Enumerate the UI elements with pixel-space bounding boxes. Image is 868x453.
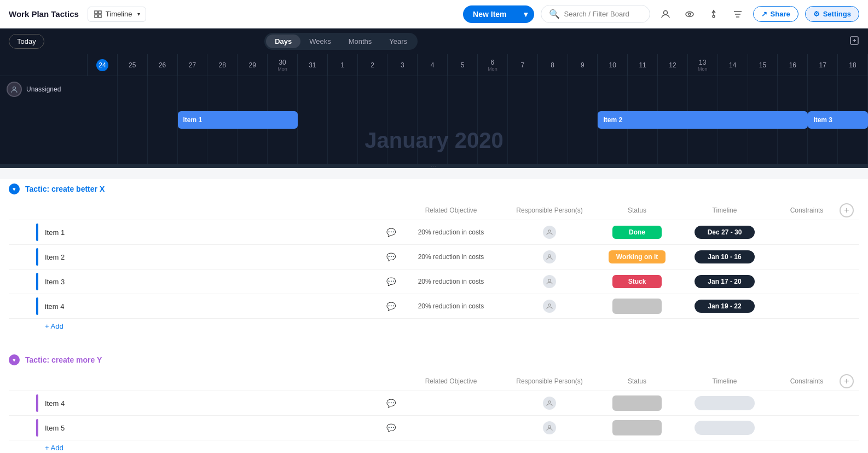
timeline-empty [695,421,755,435]
timeline-badge: Jan 19 - 22 [695,300,755,313]
date-cell: 16 [778,54,808,76]
timeline-empty [695,396,755,410]
export-icon[interactable] [849,36,859,48]
date-cell: 2 [358,54,388,76]
date-cell: 12 [658,54,688,76]
svg-point-17 [548,279,551,282]
svg-point-7 [713,15,715,18]
gantt-bar[interactable]: Item 3 [808,111,868,129]
date-cell: 8 [538,54,568,76]
svg-point-20 [548,426,551,428]
svg-point-16 [548,255,551,257]
svg-rect-0 [95,11,97,14]
eye-icon[interactable] [681,5,698,23]
today-button[interactable]: Today [9,34,44,49]
tactic1-chevron[interactable]: ▾ [9,184,20,194]
table-row: Item 4 💬 [9,391,859,416]
comment-icon[interactable]: 💬 [380,302,402,311]
top-nav: Work Plan Tactics Timeline ▾ New Item ▾ … [0,0,868,28]
svg-point-4 [663,10,667,14]
new-item-button[interactable]: New Item ▾ [463,5,534,23]
tactic2-col-headers: Related Objective Responsible Person(s) … [9,372,859,391]
tab-months[interactable]: Months [340,35,381,48]
comment-icon[interactable]: 💬 [380,399,402,408]
table-row: Item 5 💬 [9,416,859,440]
gantt-area: Unassigned Item 1Item 2Item 3 January 20… [0,76,868,164]
tactic1-add-row[interactable]: + Add [9,319,859,334]
comment-icon[interactable]: 💬 [380,228,402,237]
date-cell: 3 [387,54,418,76]
avatar [543,275,556,288]
comment-icon[interactable]: 💬 [380,277,402,286]
date-cell: 17 [808,54,838,76]
tactic-group-1: ▾ Tactic: create better X Related Object… [9,179,859,334]
status-empty [612,420,662,435]
table-row: Item 1 💬 20% reduction in costs Done Dec… [9,220,859,245]
account-icon[interactable] [657,5,674,23]
timeline-badge: Jan 17 - 20 [695,275,755,288]
date-cell: 14 [718,54,748,76]
gear-icon: ⚙ [813,10,820,18]
row-color-bar [36,273,38,290]
new-item-arrow[interactable]: ▾ [517,5,534,23]
svg-point-5 [686,12,693,16]
row-color-bar [36,419,38,437]
timeline-toolbar: Today Days Weeks Months Years [0,28,868,54]
svg-point-15 [548,230,551,232]
date-cell: 27 [178,54,208,76]
status-badge[interactable]: Working on it [609,250,666,263]
timeline-badge: Dec 27 - 30 [695,226,755,239]
tactic2-header: ▾ Tactic: create more Y [9,350,859,370]
search-input[interactable] [564,10,641,18]
date-cell: 1 [328,54,358,76]
tactic2-add-col-button[interactable]: + [840,374,854,388]
gantt-bar[interactable]: Item 2 [598,111,808,129]
tactic2-title: Tactic: create more Y [25,355,102,364]
avatar [543,397,556,410]
tab-weeks[interactable]: Weeks [300,35,340,48]
pin-icon[interactable] [705,5,722,23]
share-button[interactable]: ↗ Share [753,6,798,22]
date-cell: 24 [88,54,118,76]
tactic2-add-row[interactable]: + Add [9,440,859,453]
share-icon: ↗ [761,10,767,18]
status-empty [612,395,662,411]
view-tabs: Days Weeks Months Years [264,33,418,50]
settings-button[interactable]: ⚙ Settings [805,6,859,22]
row-color-bar [36,297,38,315]
status-empty [612,299,662,314]
date-cell: 18 [838,54,868,76]
date-cell: 11 [628,54,658,76]
resize-dots-icon: ⋯ [431,163,437,169]
date-cell: 29 [238,54,268,76]
tab-days[interactable]: Days [266,35,300,48]
view-selector[interactable]: Timeline ▾ [88,7,147,22]
search-icon: 🔍 [549,9,560,19]
table-row: item 4 💬 20% reduction in costs Jan 19 -… [9,294,859,319]
app-logo: Work Plan Tactics [9,9,79,19]
tactic-group-2: ▾ Tactic: create more Y Related Objectiv… [9,350,859,453]
comment-icon[interactable]: 💬 [380,253,402,261]
date-cell: 6Mon [478,54,508,76]
svg-rect-1 [99,11,101,14]
gantt-bar[interactable]: Item 1 [178,111,298,129]
svg-point-19 [548,401,551,403]
svg-rect-2 [95,15,97,18]
status-badge[interactable]: Done [612,226,662,239]
timeline-section: Today Days Weeks Months Years 2425262728… [0,28,868,168]
svg-point-14 [13,87,16,90]
svg-point-6 [688,13,691,15]
tactic1-add-col-button[interactable]: + [840,203,854,217]
date-cell: 9 [568,54,598,76]
date-cell: 31 [298,54,328,76]
resize-handle[interactable]: ⋯ [0,164,868,168]
status-badge[interactable]: Stuck [612,275,662,288]
tactic2-chevron[interactable]: ▾ [9,354,20,365]
comment-icon[interactable]: 💬 [380,423,402,432]
filter-icon[interactable] [729,5,747,23]
avatar [7,82,22,97]
view-label: Timeline [106,10,132,18]
search-bar[interactable]: 🔍 [541,5,650,23]
date-cell: 28 [207,54,238,76]
tab-years[interactable]: Years [380,35,416,48]
